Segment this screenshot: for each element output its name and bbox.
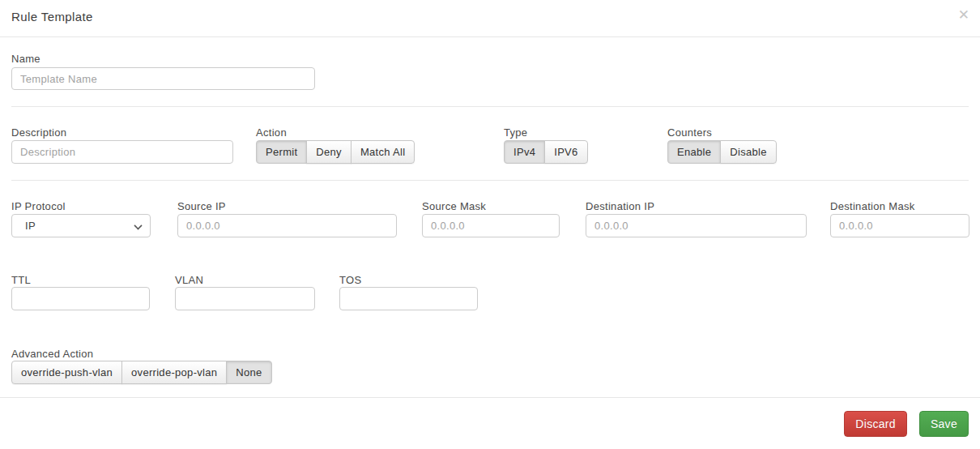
save-button[interactable]: Save: [919, 411, 969, 437]
type-label: Type: [504, 126, 527, 139]
counters-toggle-group: Enable Disable: [667, 140, 777, 164]
vlan-label: VLAN: [175, 274, 203, 286]
counters-disable-button[interactable]: Disable: [720, 140, 776, 164]
action-match-all-button[interactable]: Match All: [351, 140, 415, 164]
name-input[interactable]: [11, 67, 315, 90]
rule-template-modal: Rule Template ✕ Name Description Action …: [0, 0, 980, 449]
counters-enable-button[interactable]: Enable: [667, 140, 721, 164]
type-ipv6-button[interactable]: IPV6: [544, 140, 587, 164]
tos-label: TOS: [339, 274, 361, 286]
modal-title: Rule Template: [11, 10, 93, 24]
ttl-input[interactable]: [11, 287, 150, 310]
tos-input[interactable]: [339, 287, 478, 310]
ip-protocol-label: IP Protocol: [11, 200, 66, 212]
name-label: Name: [11, 53, 40, 65]
source-mask-input[interactable]: [422, 214, 560, 237]
vlan-input[interactable]: [175, 287, 315, 310]
type-ipv4-button[interactable]: IPv4: [504, 140, 545, 164]
ttl-label: TTL: [11, 274, 31, 286]
advanced-action-label: Advanced Action: [11, 348, 93, 360]
advanced-none-button[interactable]: None: [226, 361, 271, 384]
counters-label: Counters: [667, 126, 712, 139]
discard-button[interactable]: Discard: [844, 411, 907, 437]
destination-mask-input[interactable]: [830, 214, 969, 237]
source-mask-label: Source Mask: [422, 200, 486, 212]
ip-protocol-select-wrap: IP: [11, 214, 151, 237]
type-toggle-group: IPv4 IPV6: [504, 140, 588, 164]
source-ip-label: Source IP: [177, 200, 226, 212]
close-icon[interactable]: ✕: [958, 8, 969, 22]
destination-ip-input[interactable]: [586, 214, 807, 237]
destination-mask-label: Destination Mask: [830, 200, 915, 212]
source-ip-input[interactable]: [177, 214, 397, 237]
divider: [0, 36, 980, 37]
action-toggle-group: Permit Deny Match All: [256, 140, 415, 164]
divider: [11, 106, 969, 107]
action-label: Action: [256, 126, 287, 139]
advanced-override-pop-vlan-button[interactable]: override-pop-vlan: [121, 361, 227, 384]
action-permit-button[interactable]: Permit: [256, 140, 307, 164]
advanced-override-push-vlan-button[interactable]: override-push-vlan: [11, 361, 122, 384]
divider: [11, 180, 969, 181]
destination-ip-label: Destination IP: [586, 200, 654, 212]
action-deny-button[interactable]: Deny: [306, 140, 352, 164]
ip-protocol-select[interactable]: IP: [11, 214, 151, 237]
description-input[interactable]: [11, 140, 233, 164]
modal-footer: Discard Save: [0, 411, 980, 437]
advanced-action-toggle-group: override-push-vlan override-pop-vlan Non…: [11, 361, 272, 384]
divider: [0, 397, 980, 398]
description-label: Description: [11, 126, 66, 139]
